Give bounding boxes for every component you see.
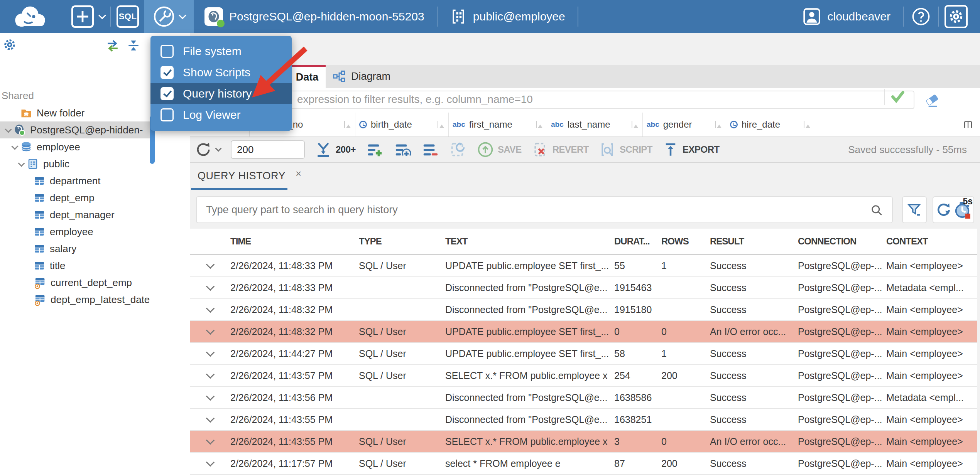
history-row[interactable]: 2/26/2024, 11:43:55 PM SQL / User SELECT… bbox=[190, 431, 977, 453]
col-context[interactable]: CONTEXT bbox=[886, 236, 977, 247]
column-header-birth-date[interactable]: birth_date bbox=[355, 113, 449, 136]
save-button[interactable]: SAVE bbox=[477, 141, 522, 158]
history-row[interactable]: 2/26/2024, 11:44:27 PM SQL / User UPDATE… bbox=[190, 343, 977, 365]
tree-item[interactable]: dept_emp_latest_date bbox=[0, 291, 154, 308]
tree-item[interactable]: New folder bbox=[0, 104, 154, 121]
tree-item[interactable]: employee bbox=[0, 138, 154, 155]
history-row[interactable]: 2/26/2024, 11:43:57 PM SQL / User SELECT… bbox=[190, 365, 977, 387]
duplicate-row-button[interactable] bbox=[394, 141, 411, 158]
chevron-down-icon[interactable] bbox=[190, 440, 230, 443]
history-row[interactable]: 2/26/2024, 11:43:55 PM Disconnected from… bbox=[190, 409, 977, 431]
col-duration[interactable]: DURAT... bbox=[614, 236, 661, 247]
script-button[interactable]: SCRIPT bbox=[599, 141, 652, 158]
chevron-down-icon[interactable] bbox=[190, 264, 230, 268]
tree-item[interactable]: employee bbox=[0, 223, 154, 240]
refresh-icon[interactable] bbox=[935, 201, 952, 218]
delete-row-button[interactable] bbox=[421, 141, 439, 158]
column-header-hire-date[interactable]: hire_date bbox=[726, 113, 814, 136]
column-header-first-name[interactable]: abc first_name bbox=[449, 113, 547, 136]
chevron-down-icon[interactable] bbox=[190, 286, 230, 290]
history-row[interactable]: 2/26/2024, 11:17:57 PM SQL / User select… bbox=[190, 453, 977, 475]
sort-icon[interactable] bbox=[714, 120, 722, 129]
menu-item[interactable]: File system bbox=[150, 40, 292, 62]
navigator-settings-gear-icon[interactable] bbox=[3, 38, 16, 51]
chevron-down-icon[interactable] bbox=[190, 418, 230, 421]
refresh-button[interactable] bbox=[194, 141, 221, 158]
tree-item[interactable]: department bbox=[0, 172, 154, 189]
row-limit-input[interactable] bbox=[231, 140, 305, 159]
sql-editor-button[interactable]: SQL bbox=[117, 5, 139, 28]
sort-icon[interactable] bbox=[535, 120, 543, 129]
tree-item[interactable]: dept_emp bbox=[0, 189, 154, 206]
cell-duration: 1638251 bbox=[614, 414, 661, 425]
columns-settings-icon[interactable] bbox=[962, 119, 974, 130]
checkbox[interactable] bbox=[161, 108, 174, 121]
history-filter-button[interactable] bbox=[902, 196, 927, 223]
chevron-down-icon[interactable] bbox=[15, 162, 27, 166]
cloudbeaver-app: SQL PostgreSQL@ep-hidden-moon-55203 bbox=[0, 0, 980, 475]
user-menu[interactable]: cloudbeaver bbox=[795, 0, 897, 33]
checkbox[interactable] bbox=[161, 87, 174, 100]
tree-item[interactable]: salary bbox=[0, 240, 154, 257]
col-text[interactable]: TEXT bbox=[445, 236, 614, 247]
eraser-icon[interactable] bbox=[923, 93, 941, 108]
settings-button[interactable] bbox=[945, 5, 968, 28]
tools-menu-button[interactable] bbox=[144, 0, 194, 33]
close-icon[interactable]: × bbox=[296, 168, 302, 180]
history-search-input[interactable] bbox=[196, 196, 893, 223]
history-row[interactable]: 2/26/2024, 11:43:56 PM Disconnected from… bbox=[190, 387, 977, 409]
chevron-down-icon[interactable] bbox=[190, 374, 230, 377]
chevron-down-icon[interactable] bbox=[190, 308, 230, 312]
tree-item[interactable]: public bbox=[0, 155, 154, 172]
tab-diagram[interactable]: Diagram bbox=[329, 65, 394, 88]
chevron-down-icon[interactable] bbox=[190, 330, 230, 334]
refresh-interval-badge: 5s bbox=[963, 196, 973, 207]
tree-item[interactable]: title bbox=[0, 257, 154, 274]
schema-selector[interactable]: public@employee bbox=[443, 0, 572, 33]
col-result[interactable]: RESULT bbox=[710, 236, 798, 247]
column-header-gender[interactable]: abc gender bbox=[643, 113, 726, 136]
apply-filter-button[interactable] bbox=[884, 89, 911, 105]
revert-button[interactable]: REVERT bbox=[532, 141, 589, 158]
chevron-down-icon[interactable] bbox=[190, 396, 230, 399]
col-rows[interactable]: ROWS bbox=[661, 236, 710, 247]
menu-item[interactable]: Log Viewer bbox=[150, 104, 292, 125]
sort-icon[interactable] bbox=[803, 120, 811, 129]
fetch-more-button[interactable]: 200+ bbox=[315, 141, 356, 158]
history-row[interactable]: 2/26/2024, 11:48:33 PM Disconnected from… bbox=[190, 277, 977, 299]
chevron-down-icon[interactable] bbox=[190, 352, 230, 355]
new-connection-button[interactable] bbox=[70, 4, 105, 29]
help-button[interactable] bbox=[909, 0, 933, 33]
tree-item[interactable]: PostgreSQL@ep-hidden- bbox=[0, 121, 154, 138]
history-row[interactable]: 2/26/2024, 11:48:32 PM SQL / User UPDATE… bbox=[190, 321, 977, 343]
checkbox[interactable] bbox=[161, 45, 174, 58]
menu-item[interactable]: Query history bbox=[150, 83, 292, 104]
history-row[interactable]: 2/26/2024, 11:48:32 PM Disconnected from… bbox=[190, 299, 977, 321]
column-header-last-name[interactable]: abc last_name bbox=[547, 113, 643, 136]
collapse-all-icon[interactable] bbox=[127, 39, 140, 52]
add-row-button[interactable] bbox=[366, 141, 384, 158]
col-time[interactable]: TIME bbox=[230, 236, 359, 247]
tree-item[interactable]: dept_manager bbox=[0, 206, 154, 223]
tab-query-history[interactable]: QUERY HISTORY × bbox=[198, 170, 302, 182]
postgresql-icon bbox=[204, 7, 223, 26]
col-connection[interactable]: CONNECTION bbox=[798, 236, 886, 247]
chevron-down-icon[interactable] bbox=[2, 128, 14, 132]
cell-connection: PostgreSQL@ep-... bbox=[798, 458, 886, 469]
view-icon bbox=[34, 294, 46, 305]
col-type[interactable]: TYPE bbox=[359, 236, 445, 247]
tree-item[interactable]: current_dept_emp bbox=[0, 274, 154, 291]
active-connection[interactable]: PostgreSQL@ep-hidden-moon-55203 bbox=[198, 0, 431, 33]
export-button[interactable]: EXPORT bbox=[662, 141, 720, 158]
copy-changes-button[interactable] bbox=[449, 141, 467, 158]
sort-icon[interactable] bbox=[437, 120, 444, 129]
menu-item[interactable]: Show Scripts bbox=[150, 62, 292, 83]
sort-icon[interactable] bbox=[631, 120, 639, 129]
checkbox[interactable] bbox=[161, 66, 174, 79]
history-row[interactable]: 2/26/2024, 11:48:33 PM SQL / User UPDATE… bbox=[190, 255, 977, 277]
sort-icon[interactable] bbox=[343, 120, 351, 129]
sync-connection-icon[interactable] bbox=[105, 40, 120, 52]
tab-data[interactable]: Data bbox=[289, 65, 326, 88]
chevron-down-icon[interactable] bbox=[190, 462, 230, 465]
chevron-down-icon[interactable] bbox=[9, 145, 20, 149]
